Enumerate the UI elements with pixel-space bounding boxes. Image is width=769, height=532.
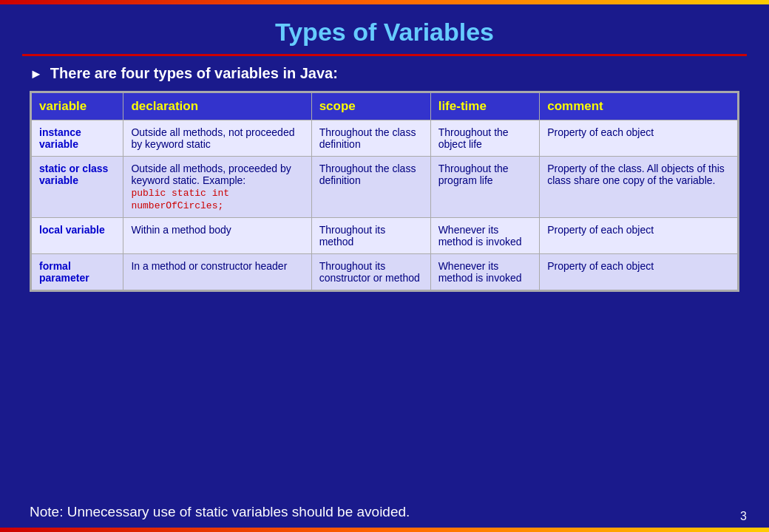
- row3-declaration: Within a method body: [123, 218, 311, 254]
- header-scope: scope: [311, 93, 430, 120]
- row4-declaration: In a method or constructor header: [123, 254, 311, 290]
- table-row: local variable Within a method body Thro…: [32, 218, 738, 254]
- row3-comment: Property of each object: [540, 218, 738, 254]
- row2-comment: Property of the class. All objects of th…: [540, 157, 738, 218]
- row1-comment: Property of each object: [540, 120, 738, 157]
- row3-lifetime: Whenever its method is invoked: [430, 218, 540, 254]
- header-lifetime: life-time: [430, 93, 540, 120]
- row3-scope: Throughout its method: [311, 218, 430, 254]
- table-row: formal parameter In a method or construc…: [32, 254, 738, 290]
- row4-variable: formal parameter: [32, 254, 123, 290]
- table-header-row: variable declaration scope life-time com…: [32, 93, 738, 120]
- row2-scope: Throughout the class definition: [311, 157, 430, 218]
- bullet-text: There are four types of variables in Jav…: [50, 65, 338, 82]
- row2-lifetime: Throughout the program life: [430, 157, 540, 218]
- bottom-decorative-bar: [0, 528, 769, 532]
- row4-comment: Property of each object: [540, 254, 738, 290]
- note-area: Note: Unnecessary use of static variable…: [0, 498, 769, 528]
- variables-table-container: variable declaration scope life-time com…: [30, 91, 739, 292]
- table-row: static or class variable Outside all met…: [32, 157, 738, 218]
- variables-table: variable declaration scope life-time com…: [31, 92, 738, 290]
- title-area: Types of Variables: [0, 4, 769, 54]
- row1-declaration: Outside all methods, not proceeded by ke…: [123, 120, 311, 157]
- bullet-point: ► There are four types of variables in J…: [30, 65, 739, 82]
- row2-variable: static or class variable: [32, 157, 123, 218]
- bullet-arrow-icon: ►: [30, 66, 43, 82]
- header-comment: comment: [540, 93, 738, 120]
- slide-title: Types of Variables: [30, 18, 739, 47]
- row4-lifetime: Whenever its method is invoked: [430, 254, 540, 290]
- header-variable: variable: [32, 93, 123, 120]
- row4-scope: Throughout its constructor or method: [311, 254, 430, 290]
- row3-variable: local variable: [32, 218, 123, 254]
- header-declaration: declaration: [123, 93, 311, 120]
- note-text: Note: Unnecessary use of static variable…: [30, 504, 739, 520]
- page-number: 3: [740, 510, 747, 523]
- table-row: instance variable Outside all methods, n…: [32, 120, 738, 157]
- row1-variable: instance variable: [32, 120, 123, 157]
- row2-declaration: Outside all methods, proceeded by keywor…: [123, 157, 311, 218]
- content-area: ► There are four types of variables in J…: [0, 56, 769, 498]
- row1-lifetime: Throughout the object life: [430, 120, 540, 157]
- slide: Types of Variables ► There are four type…: [0, 0, 769, 532]
- code-snippet: public static int numberOfCircles;: [131, 188, 229, 211]
- row1-scope: Throughout the class definition: [311, 120, 430, 157]
